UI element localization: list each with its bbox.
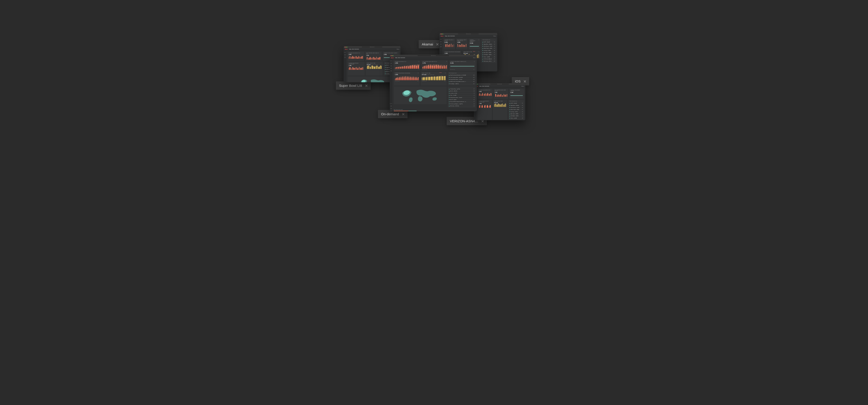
list-item[interactable]: Patton – xkosfhB838 (509, 117, 523, 119)
title-name: Digger Bloom – 83ud8rm (511, 105, 521, 106)
nav-icon[interactable] (391, 65, 392, 66)
status-dot-icon (483, 46, 483, 46)
nav-icon[interactable] (344, 57, 346, 58)
list-item[interactable]: Lion King – iu77b18i78 (449, 92, 474, 94)
list-item[interactable]: Aro-Tiki – 3guxyfdi64 (483, 41, 495, 43)
list-item[interactable]: Achilles and the Tortoise (Akiresu to ka… (449, 81, 474, 83)
close-icon[interactable] (402, 113, 404, 115)
list-item[interactable]: Aro-Tiki – 3guxyfdi64 (449, 98, 474, 100)
list-item[interactable]: Stanley Kubrick's Boxes – #JbeuhI775 (449, 96, 474, 98)
chart-bar (494, 104, 506, 107)
nav-icon[interactable] (344, 54, 346, 55)
filters-button[interactable]: Filters (493, 35, 496, 37)
info-icon[interactable] (478, 51, 479, 52)
list-item[interactable]: Patton – xkosfhB838 (483, 56, 495, 58)
info-icon[interactable] (460, 51, 460, 52)
status-dot-icon (483, 44, 483, 44)
close-icon[interactable] (482, 120, 484, 122)
traffic-light-max[interactable] (442, 34, 443, 34)
traffic-light-max[interactable] (347, 47, 347, 48)
list-item[interactable]: Bad Country – n87eUrv33 (483, 60, 495, 62)
list-item[interactable]: Monster Squad – sj29dkx51 (509, 108, 523, 111)
info-icon[interactable] (446, 61, 447, 62)
address-bar[interactable]: demo.mux.com (490, 84, 509, 85)
info-icon[interactable] (445, 72, 446, 73)
status-dot-icon (449, 103, 450, 104)
filters-button[interactable]: Filters (522, 86, 524, 87)
list-item[interactable]: Monster Squad – sj29dkx51 (483, 47, 495, 49)
filter-pill-akamai[interactable]: Akamai (418, 40, 442, 49)
info-icon[interactable] (474, 61, 475, 62)
nav-icon[interactable] (391, 70, 392, 71)
list-item[interactable]: The Secret Story – scprOnfyu87 (449, 88, 474, 90)
info-icon[interactable] (453, 39, 454, 40)
nav-icon[interactable] (391, 105, 392, 107)
card-ccv: CURRENT CONCURRENT VIEWERS (CCV) 3.14k 3… (449, 60, 475, 71)
close-icon[interactable] (365, 85, 368, 87)
world-map-icon (395, 88, 446, 103)
list-item[interactable]: Dear Brigitte – 7ty832mrb101 (449, 83, 474, 85)
traffic-light-close[interactable] (440, 34, 441, 34)
list-item[interactable]: Des fleurs pour Algernon – 7bg3T78n56 (449, 103, 474, 105)
info-icon[interactable] (418, 72, 418, 73)
title-count: 162 (473, 77, 475, 78)
nav-icon[interactable] (440, 43, 441, 45)
nav-icon[interactable] (440, 46, 441, 47)
title-count: 102 (473, 81, 475, 82)
traffic-light-max[interactable] (393, 55, 394, 56)
list-item[interactable]: Lion King – iu77b18i48 (509, 111, 523, 113)
title-name: Romy and Michele's High School Reunion –… (450, 101, 473, 102)
nav-icon[interactable] (391, 63, 392, 64)
list-item[interactable]: Aro-Tiki – aBfusO1sk83 (449, 90, 474, 92)
list-item[interactable]: Big in Japan – kd83ld045 (483, 52, 495, 54)
status-dot-icon (509, 110, 510, 110)
list-item[interactable]: Romy and Michele's High School Reunion –… (449, 100, 474, 103)
info-icon[interactable] (418, 61, 419, 62)
traffic-light-close[interactable] (344, 47, 345, 48)
traffic-light-min[interactable] (441, 34, 442, 34)
list-item[interactable]: Seven Samurai – 7hcv82l55 (483, 45, 495, 47)
window-chrome: demo.mux.com (390, 55, 477, 57)
close-icon[interactable] (436, 43, 438, 45)
traffic-light-max[interactable] (477, 84, 477, 85)
list-item[interactable]: Stanley Kubrick's Boxes – #JCiu3hu118 (449, 79, 474, 81)
address-bar[interactable]: demo.mux.com (458, 33, 479, 34)
list-item[interactable]: In the Company of Men – hs2ee3feaE162 (449, 76, 474, 78)
list-item[interactable]: Big in Japan – kd83ld045 (509, 113, 523, 115)
list-item[interactable]: Dear Brigitte – 7ty832m41 (483, 54, 495, 56)
list-item[interactable]: Dear Brigitte – 7ty832m41 (509, 115, 523, 117)
list-item[interactable]: Digger Bloom – 83ud8rm58 (509, 104, 523, 106)
filters-button[interactable]: Filters (397, 49, 399, 50)
list-item[interactable]: Patton – xkosfhB876 (449, 94, 474, 96)
list-item[interactable]: Digger Bloom – 83ud8rm58 (483, 43, 495, 45)
list-item[interactable]: Aro-Tiki – 3guxyfdi64 (509, 102, 523, 104)
info-icon[interactable] (466, 39, 467, 40)
title-count: 48 (522, 112, 523, 112)
title-name: Stanley Kubrick's Boxes – #JbeuhI7 (450, 97, 473, 98)
traffic-light-min[interactable] (392, 55, 393, 56)
nav-icon[interactable] (391, 68, 392, 69)
nav-icon[interactable] (391, 108, 392, 109)
list-item[interactable]: Herod's Law (Ley de Herodes, La) – 6537a… (449, 74, 474, 76)
list-item[interactable]: Seven Samurai – 7hcv82l55 (509, 106, 523, 108)
nav-icon[interactable] (440, 41, 441, 42)
title-name: Seven Samurai – 7hcv82l (511, 107, 521, 108)
traffic-light-min[interactable] (346, 47, 346, 48)
list-item[interactable]: Lion King – iu77b18i48 (483, 50, 495, 52)
filter-pill-superbowl[interactable]: Super Bowl LIII (336, 81, 371, 90)
traffic-light-close[interactable] (391, 55, 391, 56)
title-count: 75 (473, 97, 474, 98)
address-bar[interactable]: demo.mux.com (362, 46, 382, 48)
chart-area (479, 93, 491, 96)
close-icon[interactable] (524, 80, 526, 83)
status-dot-icon (509, 118, 510, 118)
card-title: CURRENT REBUFFERING PERCENTAGE (395, 73, 418, 74)
status-dot-icon (483, 55, 483, 55)
filters-button[interactable]: Filters (473, 57, 475, 58)
status-dot-icon (449, 79, 450, 80)
list-item[interactable]: Des fleurs pour Algernon36 (483, 58, 495, 60)
address-bar[interactable]: demo.mux.com (418, 55, 449, 56)
info-icon[interactable] (478, 39, 479, 40)
list-item[interactable]: Bad Country – n87eUrvDy50 (449, 105, 474, 107)
nav-icon[interactable] (391, 111, 392, 111)
